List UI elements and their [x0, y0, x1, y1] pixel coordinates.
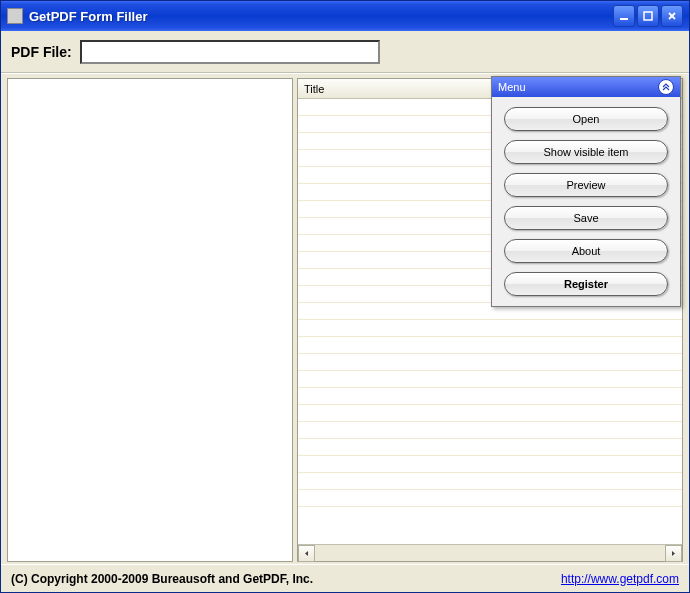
- grid-row: [298, 490, 682, 507]
- grid-row: [298, 371, 682, 388]
- grid-row: [298, 422, 682, 439]
- grid-row: [298, 456, 682, 473]
- grid-col-title: Title: [304, 83, 324, 95]
- toolbar: PDF File:: [1, 31, 689, 73]
- app-icon: [7, 8, 23, 24]
- scroll-right-button[interactable]: [665, 545, 682, 562]
- register-button[interactable]: Register: [504, 272, 668, 296]
- menu-header-label: Menu: [498, 81, 526, 93]
- maximize-button[interactable]: [637, 5, 659, 27]
- open-button[interactable]: Open: [504, 107, 668, 131]
- svg-rect-1: [644, 12, 652, 20]
- grid-row: [298, 354, 682, 371]
- menu-collapse-button[interactable]: [658, 79, 674, 95]
- titlebar: GetPDF Form Filler: [1, 1, 689, 31]
- scroll-track[interactable]: [315, 545, 665, 561]
- grid-row: [298, 388, 682, 405]
- about-button[interactable]: About: [504, 239, 668, 263]
- grid-row: [298, 473, 682, 490]
- show-visible-item-button[interactable]: Show visible item: [504, 140, 668, 164]
- scroll-left-button[interactable]: [298, 545, 315, 562]
- chevron-up-icon: [661, 81, 671, 93]
- close-button[interactable]: [661, 5, 683, 27]
- left-tree-panel[interactable]: [7, 78, 293, 562]
- pdf-file-input[interactable]: [80, 40, 380, 64]
- svg-rect-0: [620, 18, 628, 20]
- app-window: GetPDF Form Filler PDF File: Title: [0, 0, 690, 593]
- menu-popup-header: Menu: [492, 77, 680, 97]
- save-button[interactable]: Save: [504, 206, 668, 230]
- menu-popup: Menu Open Show visible item Preview Save…: [491, 76, 681, 307]
- preview-button[interactable]: Preview: [504, 173, 668, 197]
- grid-row: [298, 439, 682, 456]
- window-title: GetPDF Form Filler: [29, 9, 613, 24]
- menu-body: Open Show visible item Preview Save Abou…: [492, 97, 680, 306]
- minimize-button[interactable]: [613, 5, 635, 27]
- pdf-file-label: PDF File:: [11, 44, 72, 60]
- copyright-text: (C) Copyright 2000-2009 Bureausoft and G…: [11, 572, 561, 586]
- content-area: Title: [1, 73, 689, 564]
- grid-row: [298, 405, 682, 422]
- website-link[interactable]: http://www.getpdf.com: [561, 572, 679, 586]
- grid-row: [298, 320, 682, 337]
- horizontal-scrollbar[interactable]: [298, 544, 682, 561]
- statusbar: (C) Copyright 2000-2009 Bureausoft and G…: [1, 564, 689, 592]
- window-controls: [613, 5, 683, 27]
- grid-row: [298, 337, 682, 354]
